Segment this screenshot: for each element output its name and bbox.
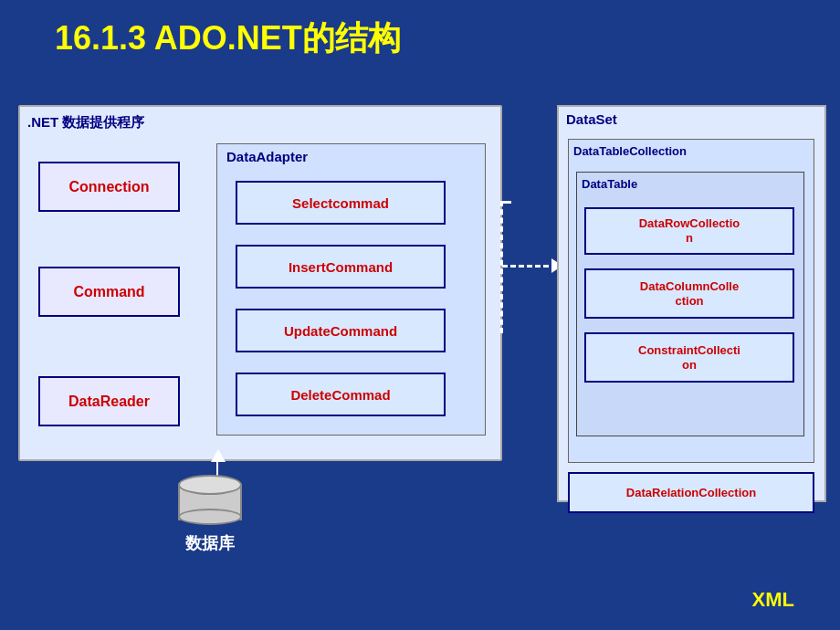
right-panel: DataSet DataTableCollection DataTable Da… <box>557 105 826 502</box>
left-panel-label: .NET 数据提供程序 <box>27 114 144 131</box>
updatecmd-box: UpdateCommand <box>236 309 446 352</box>
command-box: Command <box>38 267 180 317</box>
updatecmd-label: UpdateCommand <box>284 323 397 339</box>
deletecmd-label: DeleteCommad <box>290 387 390 403</box>
dashed-line-horizontal <box>502 265 557 268</box>
drelc-label: DataRelationCollection <box>626 486 756 499</box>
selectcmd-box: Selectcommad <box>236 181 446 225</box>
dashed-connector-top <box>500 201 511 204</box>
cc-label: ConstraintCollection <box>638 343 740 372</box>
dt-area: DataTable DataRowCollection DataColumnCo… <box>576 172 804 436</box>
dtc-area: DataTableCollection DataTable DataRowCol… <box>568 139 814 463</box>
insertcmd-box: InsertCommand <box>236 245 446 289</box>
title-area: 16.1.3 ADO.NET的结构 <box>55 16 840 61</box>
connection-label: Connection <box>69 179 150 195</box>
database-container: 数据库 <box>178 475 242 554</box>
db-label: 数据库 <box>185 532 235 554</box>
dcc-box: DataColumnCollection <box>584 268 794 319</box>
left-panel: .NET 数据提供程序 Connection Command DataReade… <box>18 105 502 461</box>
drelc-box: DataRelationCollection <box>568 472 814 513</box>
dt-label: DataTable <box>582 177 637 191</box>
drc-label: DataRowCollection <box>639 216 740 245</box>
arrow-up-icon <box>211 449 226 462</box>
cc-box: ConstraintCollection <box>584 332 794 383</box>
selectcmd-label: Selectcommad <box>292 195 389 211</box>
drc-box: DataRowCollection <box>584 207 794 255</box>
datareader-box: DataReader <box>38 376 180 426</box>
dataset-label: DataSet <box>566 111 617 127</box>
dataadapter-area: DataAdapter Selectcommad InsertCommand U… <box>216 143 486 436</box>
command-label: Command <box>73 284 144 300</box>
dtc-label: DataTableCollection <box>573 144 687 158</box>
db-bottom-ellipse <box>178 509 242 525</box>
main-title: 16.1.3 ADO.NET的结构 <box>55 19 401 57</box>
xml-label: XML <box>752 588 794 612</box>
connection-box: Connection <box>38 162 180 212</box>
dataadapter-label: DataAdapter <box>226 149 308 164</box>
db-top <box>178 475 242 495</box>
datareader-label: DataReader <box>68 394 150 410</box>
deletecmd-box: DeleteCommad <box>236 373 446 416</box>
insertcmd-label: InsertCommand <box>289 259 393 275</box>
database-cylinder <box>178 475 242 525</box>
dcc-label: DataColumnCollection <box>640 279 739 308</box>
